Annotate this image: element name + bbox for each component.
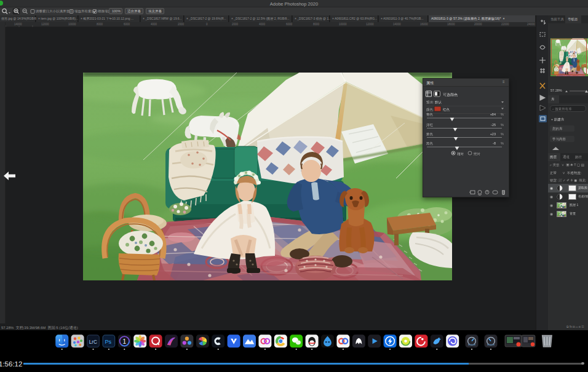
svg-text:%: % [501,123,504,127]
svg-text:10000: 10000 [68,23,76,26]
svg-text:颜色:: 颜色: [426,108,434,111]
svg-text:%: % [501,113,504,116]
svg-text:洋红: 洋红 [426,123,434,127]
svg-text:青色: 青色 [426,113,434,116]
svg-text:2000: 2000 [232,23,239,26]
svg-text:18000: 18000 [447,23,455,26]
svg-text:+84: +84 [490,113,496,116]
svg-text:24000: 24000 [527,23,535,26]
svg-text:-25: -25 [491,123,496,127]
svg-text:0: 0 [206,23,208,26]
svg-text:黄色: 黄色 [426,132,434,136]
svg-text:14000: 14000 [14,23,22,26]
svg-text:%: % [501,132,504,136]
svg-text:6000: 6000 [286,23,293,26]
svg-text:Ps: Ps [105,339,112,345]
svg-text:12000: 12000 [41,23,49,26]
svg-text:10000: 10000 [339,23,347,26]
svg-text:%: % [501,141,504,145]
svg-text:14000: 14000 [393,23,401,26]
svg-text:8000: 8000 [313,23,320,26]
svg-text:12000: 12000 [366,23,374,26]
svg-text:2000: 2000 [178,23,185,26]
svg-text:可选颜色: 可选颜色 [443,92,458,97]
svg-text:16000: 16000 [420,23,428,26]
svg-text:LrC: LrC [89,339,97,345]
svg-text:绝对: 绝对 [474,152,481,156]
svg-text:红色: 红色 [443,108,450,111]
svg-text:4000: 4000 [259,23,266,26]
svg-text:黑色: 黑色 [426,141,434,145]
svg-text:+23: +23 [490,132,496,136]
svg-text:相对: 相对 [457,152,464,156]
svg-text:22000: 22000 [501,23,509,26]
svg-text:4000: 4000 [151,23,157,26]
svg-text:6000: 6000 [124,23,130,26]
svg-text:20000: 20000 [474,23,482,26]
svg-text:预设:: 预设: [426,100,434,105]
svg-text:默认: 默认 [434,100,442,104]
svg-text:8000: 8000 [97,23,103,26]
svg-text:-8: -8 [493,141,496,145]
svg-text:1: 1 [123,338,127,345]
